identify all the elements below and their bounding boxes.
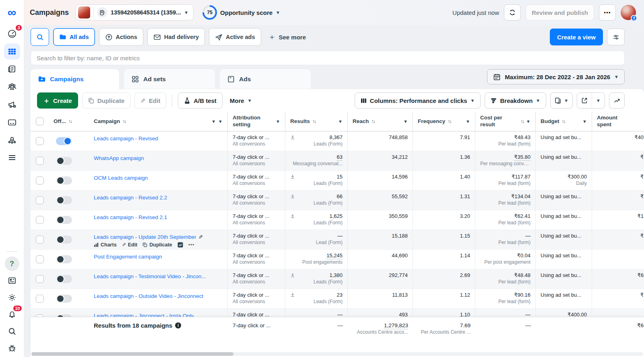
download-icon[interactable] — [290, 135, 295, 148]
campaign-link[interactable]: Leads campaign - Revised 2.2 — [94, 195, 167, 201]
more-options-button[interactable]: ⋯ — [599, 4, 616, 21]
campaign-toggle[interactable] — [56, 157, 72, 165]
sidebar-item-settings[interactable] — [4, 289, 20, 306]
profile-avatar[interactable]: f — [621, 5, 636, 20]
tab-ads[interactable]: Ads — [220, 69, 311, 89]
campaign-link[interactable]: Leads campaign - Update 20th September — [94, 234, 196, 240]
row-checkbox[interactable] — [36, 216, 44, 224]
column-header-reach[interactable]: Reach↑↓▼ — [348, 112, 413, 131]
create-view-button[interactable]: Create a view — [550, 29, 603, 45]
duplicate-action[interactable]: Duplicate — [142, 242, 172, 248]
row-checkbox[interactable] — [36, 295, 44, 303]
row-checkbox[interactable] — [36, 196, 44, 204]
chevron-down-icon[interactable]: ▼ — [218, 119, 223, 124]
chevron-down-icon[interactable]: ▼ — [526, 119, 530, 124]
campaign-toggle[interactable] — [56, 196, 72, 204]
ab-test-button[interactable]: A/B test — [178, 92, 223, 109]
info-icon[interactable]: i — [175, 322, 181, 328]
search-filter-button[interactable] — [31, 28, 49, 46]
download-icon[interactable] — [290, 292, 295, 306]
charts-panel-button[interactable] — [609, 92, 625, 109]
chevron-down-icon[interactable]: ▼ — [211, 119, 216, 124]
scrollbar-thumb[interactable] — [31, 352, 233, 356]
see-more-button[interactable]: ＋ See more — [268, 32, 306, 42]
campaign-toggle[interactable] — [56, 255, 72, 263]
campaign-link[interactable]: Leads campaign - Revised 2.1 — [94, 214, 167, 220]
duplicate-button[interactable]: Duplicate — [82, 92, 131, 109]
opportunity-score[interactable]: 75 Opportunity score ▼ — [202, 5, 280, 20]
sidebar-item-report-bug[interactable] — [4, 340, 20, 356]
chevron-down-icon[interactable]: ▼ — [466, 119, 470, 124]
chevron-down-icon[interactable]: ▼ — [403, 119, 408, 124]
row-checkbox[interactable] — [36, 236, 44, 244]
sidebar-item-search[interactable] — [4, 323, 20, 339]
download-icon[interactable] — [290, 194, 295, 207]
column-header-results[interactable]: Results↑↓▼ — [285, 112, 348, 131]
horizontal-scrollbar[interactable] — [31, 352, 643, 356]
chevron-down-icon[interactable]: ▼ — [582, 119, 587, 124]
column-header-amount[interactable]: Amount spent — [592, 112, 644, 131]
row-checkbox[interactable] — [36, 137, 44, 145]
column-header-budget[interactable]: Budget↑↓▼ — [536, 112, 592, 131]
more-actions-icon[interactable]: ⋯ — [188, 241, 195, 248]
view-charts-box-icon[interactable] — [178, 242, 183, 248]
campaign-link[interactable]: Leads campaign - Testimonial Video - Jin… — [94, 273, 206, 279]
campaign-link[interactable]: Leads campaign - Outside Video - Jinconn… — [94, 293, 203, 299]
meta-logo-icon[interactable]: ∞ — [8, 6, 16, 18]
row-checkbox[interactable] — [36, 275, 44, 283]
reports-icon-segment[interactable]: ▼ — [551, 93, 572, 108]
columns-button[interactable]: Columns: Performance and clicks ▼ — [355, 92, 481, 109]
more-button[interactable]: More ▼ — [227, 92, 255, 109]
sidebar-item-all-tools[interactable] — [4, 150, 20, 166]
campaign-toggle[interactable] — [56, 295, 72, 303]
campaign-link[interactable]: Leads campaign - Revised — [94, 135, 158, 142]
chevron-down-icon[interactable]: ▼ — [338, 119, 343, 124]
refresh-button[interactable] — [504, 4, 521, 21]
reports-button[interactable]: ▼ — [550, 92, 573, 109]
sidebar-item-campaigns[interactable] — [4, 43, 20, 60]
sidebar-item-notifications[interactable]: 10 — [4, 306, 20, 322]
charts-action[interactable]: Charts — [94, 242, 117, 248]
sidebar-item-events-manager[interactable] — [4, 132, 20, 148]
tab-ad-sets[interactable]: Ad sets — [124, 69, 215, 89]
download-icon[interactable] — [290, 273, 295, 286]
create-button[interactable]: ＋ Create — [37, 92, 78, 109]
edit-button[interactable]: ✎ Edit — [134, 92, 166, 109]
campaign-toggle[interactable] — [56, 236, 72, 244]
sidebar-item-whats-new[interactable] — [4, 273, 20, 289]
column-header-frequency[interactable]: Frequency↑↓▼ — [413, 112, 475, 131]
export-button[interactable] — [577, 93, 592, 108]
date-range-selector[interactable]: Maximum: 28 Dec 2022 - 28 Jan 2026 ▼ — [487, 69, 625, 84]
download-icon[interactable] — [290, 213, 295, 227]
column-header-cost[interactable]: Cost per result↑↓▼ — [475, 112, 536, 131]
filter-chip-actions[interactable]: Actions — [99, 28, 143, 46]
search-input[interactable] — [31, 51, 625, 65]
ad-account-selector[interactable]: 135942058645314 (1359... ▼ — [75, 4, 194, 21]
row-checkbox[interactable] — [36, 157, 44, 165]
column-header-campaign[interactable]: Campaign↑↓▼▼ — [89, 112, 228, 131]
column-header-attribution[interactable]: Attribution setting▼ — [228, 112, 285, 131]
export-options-button[interactable]: ▼ — [592, 93, 605, 108]
sidebar-item-help[interactable]: ? — [4, 256, 20, 272]
row-checkbox[interactable] — [36, 255, 44, 263]
sidebar-item-ads-reporting[interactable] — [4, 61, 20, 77]
campaign-toggle[interactable] — [56, 176, 72, 185]
tab-campaigns[interactable]: Campaigns — [31, 69, 119, 89]
sidebar-item-billing[interactable] — [4, 114, 20, 130]
campaign-toggle[interactable] — [56, 216, 72, 224]
sidebar-item-advertising-settings[interactable] — [4, 96, 20, 113]
sidebar-item-audiences[interactable] — [4, 79, 20, 95]
campaign-link[interactable]: WhatsApp campaign — [94, 155, 144, 161]
campaign-toggle[interactable] — [56, 137, 72, 145]
view-settings-button[interactable] — [607, 29, 625, 45]
download-icon[interactable] — [290, 174, 295, 188]
column-header-off[interactable]: Off...↑↓ — [49, 112, 89, 131]
chevron-down-icon[interactable]: ▼ — [276, 119, 280, 124]
filter-chip-active-ads[interactable]: Active ads — [209, 28, 261, 46]
filter-chip-all-ads[interactable]: All ads — [53, 28, 95, 46]
select-all-checkbox[interactable] — [36, 117, 44, 125]
campaign-link[interactable]: Post Engagement campaign — [94, 254, 162, 260]
campaign-toggle[interactable] — [56, 275, 72, 283]
edit-action[interactable]: ✎Edit — [122, 242, 138, 248]
row-checkbox[interactable] — [36, 176, 44, 185]
